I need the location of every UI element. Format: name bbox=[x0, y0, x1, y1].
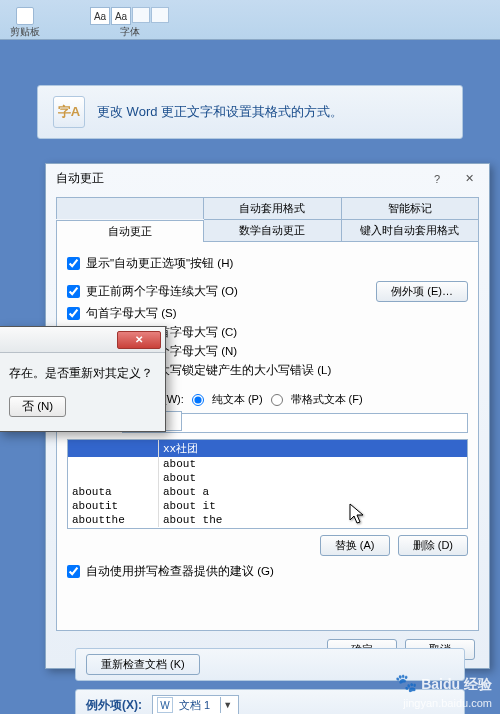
options-banner: 字A 更改 Word 更正文字和设置其格式的方式。 bbox=[37, 85, 463, 139]
dialog-titlebar: 自动更正 ? ✕ bbox=[46, 164, 489, 193]
tab-math[interactable]: 数学自动更正 bbox=[204, 219, 341, 241]
tab-smarttag[interactable]: 智能标记 bbox=[342, 197, 479, 219]
font-label: 字体 bbox=[120, 25, 140, 39]
chevron-down-icon[interactable]: ▼ bbox=[220, 697, 234, 713]
dialog-title: 自动更正 bbox=[56, 170, 427, 187]
list-item: about bbox=[68, 457, 467, 471]
list-item-selected: xx社团 bbox=[68, 440, 467, 457]
delete-button[interactable]: 删除 (D) bbox=[398, 535, 468, 556]
list-item: aboutitabout it bbox=[68, 499, 467, 513]
tab-body: 显示"自动更正选项"按钮 (H) 更正前两个字母连续大写 (O) 例外项 (E)… bbox=[56, 241, 479, 631]
show-options-checkbox[interactable] bbox=[67, 257, 80, 270]
exceptions-label: 例外项(X): bbox=[86, 697, 142, 714]
font-bold-icon[interactable]: Aa bbox=[90, 7, 110, 25]
autocorrect-icon: 字A bbox=[53, 96, 85, 128]
replace-button[interactable]: 替换 (A) bbox=[320, 535, 390, 556]
sentence-cap-checkbox[interactable] bbox=[67, 307, 80, 320]
list-item: abouttheabout the bbox=[68, 513, 467, 527]
exceptions-button[interactable]: 例外项 (E)… bbox=[376, 281, 468, 302]
tab-autoformat[interactable]: 自动套用格式 bbox=[204, 197, 341, 219]
tab-typing[interactable]: 键入时自动套用格式 bbox=[342, 219, 479, 241]
two-caps-checkbox[interactable] bbox=[67, 285, 80, 298]
spellcheck-suggest-checkbox[interactable] bbox=[67, 565, 80, 578]
ribbon-group-clipboard: 剪贴板 bbox=[5, 7, 45, 39]
list-item: about bbox=[68, 471, 467, 485]
close-button[interactable]: ✕ bbox=[459, 171, 479, 187]
tab-autocorrect[interactable]: 自动更正 bbox=[56, 220, 204, 242]
ribbon: 剪贴板 Aa Aa 字体 bbox=[0, 0, 500, 40]
watermark: 🐾Baidu 经验 jingyan.baidu.com bbox=[395, 672, 492, 710]
banner-text: 更改 Word 更正文字和设置其格式的方式。 bbox=[97, 103, 343, 121]
word-doc-icon: W bbox=[157, 697, 173, 713]
confirm-message: 存在。是否重新对其定义？ bbox=[9, 365, 155, 382]
plain-text-radio[interactable] bbox=[192, 394, 204, 406]
recheck-button[interactable]: 重新检查文档 (K) bbox=[86, 654, 200, 675]
formatted-radio[interactable] bbox=[271, 394, 283, 406]
confirm-dialog: ✕ 存在。是否重新对其定义？ 否 (N) bbox=[0, 326, 166, 432]
no-button[interactable]: 否 (N) bbox=[9, 396, 66, 417]
highlight-icon[interactable] bbox=[132, 7, 150, 23]
autocorrect-list[interactable]: xx社团 about about aboutaabout a aboutitab… bbox=[67, 439, 468, 529]
ribbon-group-font: Aa Aa 字体 bbox=[85, 7, 174, 39]
fontcolor-icon[interactable] bbox=[151, 7, 169, 23]
help-button[interactable]: ? bbox=[427, 171, 447, 187]
font-case-icon[interactable]: Aa bbox=[111, 7, 131, 25]
exceptions-combo[interactable]: W 文档 1 ▼ bbox=[152, 695, 239, 714]
clipboard-label: 剪贴板 bbox=[10, 25, 40, 39]
list-item: aboutaabout a bbox=[68, 485, 467, 499]
paste-icon[interactable] bbox=[16, 7, 34, 25]
close-icon[interactable]: ✕ bbox=[117, 331, 161, 349]
confirm-titlebar: ✕ bbox=[0, 327, 165, 353]
paw-icon: 🐾 bbox=[395, 672, 417, 695]
